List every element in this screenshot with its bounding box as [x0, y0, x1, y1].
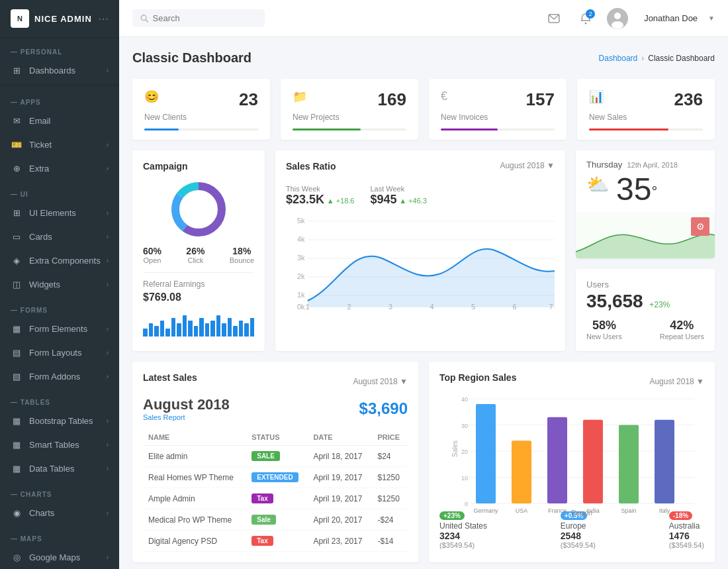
notification-icon-button[interactable]: 2 [575, 8, 596, 29]
sidebar-item-extra[interactable]: ⊕ Extra › [0, 156, 119, 180]
stat-card-new-sales: 📊 236 New Sales [577, 79, 715, 140]
sidebar-item-dashboards[interactable]: ⊞ Dashboards › [0, 58, 119, 82]
mail-icon-button[interactable] [543, 8, 565, 29]
right-column: Thursday 12th April, 2018 ⛅ 35° ⚙ [576, 150, 715, 351]
stat-bar-new-sales [589, 129, 703, 130]
table-cell-status: Tax [246, 531, 308, 552]
svg-text:1k: 1k [297, 291, 305, 298]
mini-bar [194, 326, 199, 336]
region-filter[interactable]: August 2018 ▼ [649, 377, 704, 386]
region-header: Top Region Sales August 2018 ▼ [439, 372, 704, 391]
status-badge: SALE [251, 451, 280, 461]
svg-text:2k: 2k [297, 273, 305, 280]
sidebar-item-form-elements[interactable]: ▦ Form Elements › [0, 317, 119, 340]
mini-bar [210, 321, 215, 336]
sidebar-item-ticket[interactable]: 🎫 Ticket › [0, 132, 119, 156]
click-label: Click [186, 256, 205, 264]
mini-bar [239, 321, 244, 336]
table-row: Ample Admin Tax April 19, 2017 $1250 [143, 488, 408, 509]
content-area: Classic Dashboard Dashboard › Classic Da… [119, 37, 728, 569]
breadcrumb-home[interactable]: Dashboard [599, 54, 638, 63]
bar-Germany [476, 404, 496, 503]
sidebar-toggle[interactable]: ⋯ [98, 13, 109, 25]
sidebar-item-google-maps[interactable]: ◎ Google Maps › [0, 545, 119, 569]
sidebar-item-bootstrap-tables[interactable]: ▦ Bootstrap Tables › [0, 409, 119, 433]
user-avatar[interactable] [607, 8, 628, 29]
bar-USA [512, 440, 531, 503]
table-cell-status: Tax [246, 488, 308, 509]
svg-text:4: 4 [430, 303, 434, 310]
table-cell-name: Elite admin [143, 446, 246, 467]
stat-bar-fill-new-invoices [441, 129, 498, 130]
svg-text:Germany: Germany [473, 507, 498, 514]
svg-text:4k: 4k [297, 236, 305, 242]
table-cell-price: -$14 [372, 531, 408, 552]
sidebar-item-icon-bootstrap-tables: ▦ [11, 415, 23, 427]
settings-button[interactable]: ⚙ [691, 217, 709, 236]
stat-bar-fill-new-projects [293, 129, 361, 130]
sidebar-logo: N NICE ADMIN ⋯ [0, 0, 119, 38]
users-card: Users 35,658 +23% 58% New Users 42% Repe… [576, 269, 715, 351]
sidebar-item-smart-tables[interactable]: ▦ Smart Tables › [0, 433, 119, 456]
sidebar-item-extra-components[interactable]: ◈ Extra Components › [0, 248, 119, 272]
weather-icon: ⛅ [586, 174, 610, 195]
bounce-label: Bounce [230, 256, 254, 264]
sidebar-item-email[interactable]: ✉ Email [0, 109, 119, 132]
table-cell-price: $1250 [372, 488, 408, 509]
mini-bar [188, 321, 193, 336]
latest-sales-filter[interactable]: August 2018 ▼ [353, 377, 408, 386]
sidebar-item-form-addons[interactable]: ▧ Form Addons › [0, 364, 119, 388]
user-name[interactable]: Jonathan Doe [644, 13, 698, 23]
latest-sales-title: Latest Sales [143, 372, 197, 383]
sales-ratio-filter[interactable]: August 2018 ▼ [500, 161, 555, 170]
stat-label-new-sales: New Sales [589, 113, 703, 122]
sidebar-item-ui-elements[interactable]: ⊞ UI Elements › [0, 201, 119, 225]
sidebar-item-chevron: › [107, 141, 109, 148]
search-input[interactable] [153, 13, 257, 23]
table-col-header: DATE [308, 429, 372, 446]
page-title: Classic Dashboard [132, 50, 251, 66]
table-row: Real Homes WP Theme EXTENDED April 19, 2… [143, 467, 408, 488]
mini-bar [149, 323, 154, 336]
sidebar-item-form-layouts[interactable]: ▤ Form Layouts › [0, 340, 119, 364]
sales-ratio-header: Sales Ratio August 2018 ▼ [286, 161, 555, 180]
logo-letter: N [17, 15, 23, 23]
table-col-header: STATUS [246, 429, 308, 446]
open-pct: 60% [143, 246, 161, 256]
this-week-change: ▲ +18.6 [327, 197, 355, 205]
sidebar-item-cards[interactable]: ▭ Cards › [0, 225, 119, 248]
mini-bar [171, 318, 176, 336]
sidebar-item-chevron: › [107, 417, 109, 425]
stat-bar-new-projects [293, 129, 406, 130]
sidebar-item-chevron: › [107, 257, 109, 264]
svg-text:1: 1 [306, 303, 310, 310]
users-count: 35,658 [586, 291, 643, 311]
sidebar-item-label-ui-elements: UI Elements [29, 208, 107, 218]
svg-text:5: 5 [471, 303, 475, 310]
svg-text:USA: USA [516, 507, 528, 514]
sidebar-item-charts[interactable]: ◉ Charts › [0, 501, 119, 525]
table-cell-status: EXTENDED [246, 467, 308, 488]
stat-value-new-invoices: 157 [526, 89, 555, 110]
breadcrumb: Dashboard › Classic Dashboard [599, 54, 715, 63]
repeat-users-label: Repeat Users [660, 333, 704, 340]
sidebar-item-label-cards: Cards [29, 232, 107, 242]
svg-text:30: 30 [461, 423, 468, 429]
sidebar-item-icon-email: ✉ [11, 115, 23, 127]
svg-text:0k: 0k [297, 303, 305, 310]
new-users: 58% New Users [586, 319, 622, 340]
table-cell-date: April 20, 2017 [308, 509, 372, 531]
sidebar-item-label-widgets: Widgets [29, 280, 107, 289]
line-chart-svg: 5k 4k 3k 2k 1k 0k 1 2 3 4 [286, 215, 555, 311]
search-box[interactable] [132, 9, 265, 27]
table-cell-name: Medical Pro WP Theme [143, 509, 246, 531]
table-cell-name: Ample Admin [143, 488, 246, 509]
user-dropdown-icon[interactable]: ▼ [708, 15, 715, 22]
sidebar-section-label: — PERSONAL [0, 38, 119, 58]
sidebar-section-label: — APPS [0, 88, 119, 109]
notification-badge: 2 [586, 9, 595, 19]
sidebar-item-widgets[interactable]: ◫ Widgets › [0, 272, 119, 296]
sidebar-item-data-tables[interactable]: ▦ Data Tables › [0, 456, 119, 480]
svg-line-1 [146, 19, 148, 22]
open-stat: 60% Open [143, 246, 161, 264]
